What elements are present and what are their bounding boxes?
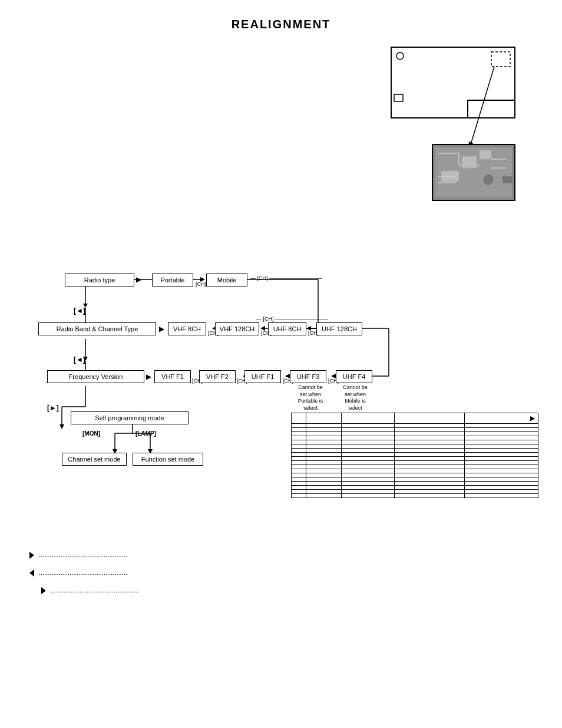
svg-rect-14 xyxy=(480,150,491,159)
uhf-8ch-box: UHF 8CH xyxy=(268,322,306,335)
table-row xyxy=(292,469,538,473)
table-row xyxy=(292,477,538,482)
radio-type-box: Radio type xyxy=(65,274,134,286)
table-row xyxy=(292,482,538,486)
table-row xyxy=(292,473,538,477)
arrow-to-portable: ▶ xyxy=(136,275,141,284)
freq-version-box: Frequency Version xyxy=(47,370,144,383)
table-row xyxy=(292,494,538,498)
svg-rect-15 xyxy=(441,171,459,182)
ch-label-2: — [CH] —————————— xyxy=(250,275,322,281)
lamp-label: [LAMP] xyxy=(135,430,156,437)
mobile-box: Mobile xyxy=(206,274,247,286)
device-outline-svg xyxy=(362,41,527,206)
svg-point-1 xyxy=(396,52,404,60)
vhf-8ch-box: VHF 8CH xyxy=(168,322,206,335)
radio-band-box: Radio Band & Channel Type xyxy=(38,322,156,335)
bracket-back-2: [◄] xyxy=(74,355,85,364)
channel-set-box: Channel set mode xyxy=(62,453,127,466)
bottom-text: ........................................… xyxy=(29,548,283,601)
svg-rect-18 xyxy=(503,177,512,183)
bracket-back-1: [◄] xyxy=(74,307,85,315)
arrow-left-1 xyxy=(29,569,34,577)
self-prog-box: Self programming mode xyxy=(71,411,189,424)
uhf-f1-box: UHF F1 xyxy=(244,370,281,383)
table-row xyxy=(292,453,538,457)
portable-box: Portable xyxy=(152,274,193,286)
svg-rect-2 xyxy=(394,94,403,101)
function-set-box: Function set mode xyxy=(133,453,203,466)
svg-rect-0 xyxy=(391,47,515,118)
table-row xyxy=(292,436,538,440)
uhf-f4-box: UHF F4 xyxy=(336,370,372,383)
right-table: ▶ xyxy=(291,413,538,498)
table-row xyxy=(292,444,538,449)
table-row xyxy=(292,486,538,490)
vhf-f1-box: VHF F1 xyxy=(154,370,191,383)
table-row xyxy=(292,440,538,444)
table-row xyxy=(292,424,538,428)
vhf-f2-box: VHF F2 xyxy=(199,370,236,383)
page-title: REALIGNMENT xyxy=(0,0,562,31)
arrow-right-1 xyxy=(29,552,34,559)
table-row xyxy=(292,457,538,461)
mon-label: [MON] xyxy=(82,430,100,437)
table-row xyxy=(292,465,538,469)
svg-rect-13 xyxy=(462,156,477,168)
ch-label-row3-top: — [CH] —————————— xyxy=(256,316,328,322)
uhf-f3-box: UHF F3 xyxy=(290,370,326,383)
svg-line-6 xyxy=(471,67,494,144)
table-row xyxy=(292,432,538,436)
uhf-f3-note: Cannot beset whenPortable isselect xyxy=(290,384,331,412)
bracket-fwd: [►] xyxy=(47,404,59,412)
table-row xyxy=(292,428,538,432)
svg-point-21 xyxy=(484,175,493,185)
svg-marker-71 xyxy=(59,424,64,429)
ch-label-1: [CH] xyxy=(196,281,206,287)
uhf-128ch-box: UHF 128CH xyxy=(316,322,362,335)
table-row xyxy=(292,449,538,453)
arrow-to-vhff1: ▶ xyxy=(146,373,151,381)
table-row xyxy=(292,461,538,465)
table-header-row: ▶ xyxy=(292,413,538,424)
vhf-128ch-box: VHF 128CH xyxy=(215,322,259,335)
arrow-to-vhf8: ▶ xyxy=(159,325,164,333)
table-row xyxy=(292,490,538,494)
svg-rect-3 xyxy=(491,52,510,67)
uhf-f4-note: Cannot beset whenMobile isselect xyxy=(335,384,376,412)
arrow-right-2 xyxy=(41,587,46,594)
